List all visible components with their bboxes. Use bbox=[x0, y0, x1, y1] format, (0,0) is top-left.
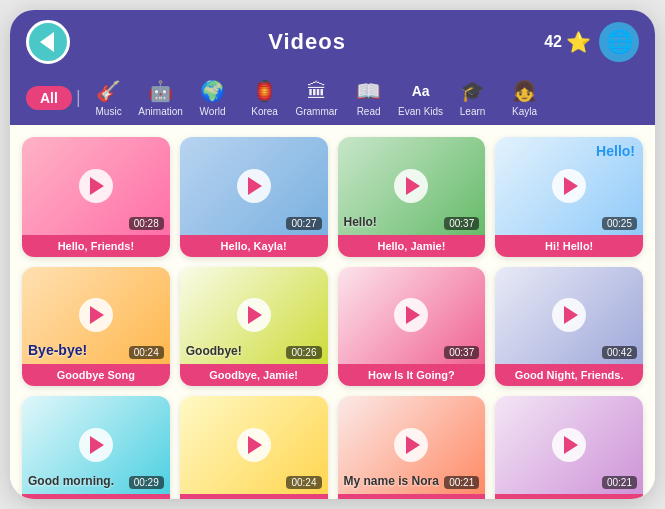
duration-badge: 00:37 bbox=[444, 346, 479, 359]
play-icon bbox=[564, 436, 578, 454]
video-card[interactable]: My name is Nora 00:21 My name is Nora bbox=[338, 396, 486, 499]
thumb-corner-text: Hello! bbox=[596, 143, 635, 159]
play-button[interactable] bbox=[79, 428, 113, 462]
video-title: Hi! Hello! bbox=[495, 235, 643, 257]
header: Videos 42 ⭐ 🌐 All | 🎸 Music 🤖 Animation bbox=[10, 10, 655, 125]
nav-item-kayla[interactable]: 👧 Kayla bbox=[501, 78, 549, 117]
duration-badge: 00:24 bbox=[286, 476, 321, 489]
duration-badge: 00:21 bbox=[444, 476, 479, 489]
video-title: Hello Song bbox=[495, 494, 643, 500]
video-card[interactable]: Good morning. 00:29 Good morning bbox=[22, 396, 170, 499]
duration-badge: 00:28 bbox=[129, 217, 164, 230]
video-card[interactable]: 00:28 Hello, Friends! bbox=[22, 137, 170, 257]
nav-item-evan-kids[interactable]: Aa Evan Kids bbox=[397, 78, 445, 117]
nav-label-music: Music bbox=[96, 106, 122, 117]
play-icon bbox=[248, 177, 262, 195]
evan-kids-icon: Aa bbox=[412, 78, 430, 104]
video-thumbnail: 00:27 bbox=[180, 137, 328, 235]
video-card[interactable]: 00:24 Good Morning Song bbox=[180, 396, 328, 499]
duration-badge: 00:37 bbox=[444, 217, 479, 230]
korea-icon: 🏮 bbox=[252, 78, 277, 104]
nav-item-grammar[interactable]: 🏛 Grammar bbox=[293, 78, 341, 117]
video-title: Goodbye Song bbox=[22, 364, 170, 386]
play-icon bbox=[564, 306, 578, 324]
video-card[interactable]: 00:42 Good Night, Friends. bbox=[495, 267, 643, 387]
play-icon bbox=[564, 177, 578, 195]
grammar-icon: 🏛 bbox=[307, 78, 327, 104]
video-card[interactable]: Hello! 00:37 Hello, Jamie! bbox=[338, 137, 486, 257]
app-container: Videos 42 ⭐ 🌐 All | 🎸 Music 🤖 Animation bbox=[10, 10, 655, 499]
nav-all-button[interactable]: All bbox=[26, 86, 72, 110]
header-top: Videos 42 ⭐ 🌐 bbox=[26, 20, 639, 72]
nav-item-world[interactable]: 🌍 World bbox=[189, 78, 237, 117]
nav-item-korea[interactable]: 🏮 Korea bbox=[241, 78, 289, 117]
star-count: 42 ⭐ bbox=[544, 30, 591, 54]
play-button[interactable] bbox=[394, 298, 428, 332]
play-button[interactable] bbox=[237, 428, 271, 462]
duration-badge: 00:21 bbox=[602, 476, 637, 489]
content-area: 00:28 Hello, Friends! 00:27 Hello, Kayla… bbox=[10, 125, 655, 499]
play-button[interactable] bbox=[552, 298, 586, 332]
duration-badge: 00:24 bbox=[129, 346, 164, 359]
nav-label-korea: Korea bbox=[251, 106, 278, 117]
video-card[interactable]: 00:27 Hello, Kayla! bbox=[180, 137, 328, 257]
video-thumbnail: 00:21 bbox=[495, 396, 643, 494]
star-icon: ⭐ bbox=[566, 30, 591, 54]
learn-icon: 🎓 bbox=[460, 78, 485, 104]
play-button[interactable] bbox=[552, 169, 586, 203]
video-thumbnail: 00:28 bbox=[22, 137, 170, 235]
back-arrow-icon bbox=[40, 32, 54, 52]
video-title: Good Night, Friends. bbox=[495, 364, 643, 386]
globe-icon: 🌐 bbox=[606, 29, 633, 55]
video-grid: 00:28 Hello, Friends! 00:27 Hello, Kayla… bbox=[22, 137, 643, 499]
header-right: 42 ⭐ 🌐 bbox=[544, 22, 639, 62]
video-thumbnail: Hello! 00:37 bbox=[338, 137, 486, 235]
video-thumbnail: 00:37 bbox=[338, 267, 486, 365]
video-thumbnail: Goodbye! 00:26 bbox=[180, 267, 328, 365]
video-card[interactable]: 00:37 How Is It Going? bbox=[338, 267, 486, 387]
video-card[interactable]: Hello! 00:25 Hi! Hello! bbox=[495, 137, 643, 257]
play-icon bbox=[406, 306, 420, 324]
play-button[interactable] bbox=[394, 428, 428, 462]
play-button[interactable] bbox=[237, 169, 271, 203]
nav-divider: | bbox=[76, 87, 81, 108]
duration-badge: 00:42 bbox=[602, 346, 637, 359]
video-thumbnail: My name is Nora 00:21 bbox=[338, 396, 486, 494]
video-thumbnail: 00:24 bbox=[180, 396, 328, 494]
video-title: Hello, Friends! bbox=[22, 235, 170, 257]
play-button[interactable] bbox=[552, 428, 586, 462]
nav-item-learn[interactable]: 🎓 Learn bbox=[449, 78, 497, 117]
play-icon bbox=[90, 177, 104, 195]
play-button[interactable] bbox=[237, 298, 271, 332]
play-button[interactable] bbox=[79, 169, 113, 203]
video-card[interactable]: Bye-bye! 00:24 Goodbye Song bbox=[22, 267, 170, 387]
video-card[interactable]: Goodbye! 00:26 Goodbye, Jamie! bbox=[180, 267, 328, 387]
globe-button[interactable]: 🌐 bbox=[599, 22, 639, 62]
back-button[interactable] bbox=[26, 20, 70, 64]
nav-label-read: Read bbox=[357, 106, 381, 117]
nav-label-grammar: Grammar bbox=[295, 106, 337, 117]
star-count-value: 42 bbox=[544, 33, 562, 51]
video-title: My name is Nora bbox=[338, 494, 486, 500]
nav-label-learn: Learn bbox=[460, 106, 486, 117]
nav-item-read[interactable]: 📖 Read bbox=[345, 78, 393, 117]
play-button[interactable] bbox=[79, 298, 113, 332]
music-icon: 🎸 bbox=[96, 78, 121, 104]
video-thumbnail: 00:42 bbox=[495, 267, 643, 365]
nav-label-world: World bbox=[200, 106, 226, 117]
video-title: Hello, Kayla! bbox=[180, 235, 328, 257]
video-card[interactable]: 00:21 Hello Song bbox=[495, 396, 643, 499]
video-title: How Is It Going? bbox=[338, 364, 486, 386]
world-icon: 🌍 bbox=[200, 78, 225, 104]
nav-item-animation[interactable]: 🤖 Animation bbox=[137, 78, 185, 117]
play-icon bbox=[248, 306, 262, 324]
video-thumbnail: Hello! 00:25 bbox=[495, 137, 643, 235]
play-button[interactable] bbox=[394, 169, 428, 203]
nav-item-music[interactable]: 🎸 Music bbox=[85, 78, 133, 117]
play-icon bbox=[90, 436, 104, 454]
duration-badge: 00:27 bbox=[286, 217, 321, 230]
animation-icon: 🤖 bbox=[148, 78, 173, 104]
read-icon: 📖 bbox=[356, 78, 381, 104]
page-title: Videos bbox=[70, 29, 544, 55]
video-title: Goodbye, Jamie! bbox=[180, 364, 328, 386]
